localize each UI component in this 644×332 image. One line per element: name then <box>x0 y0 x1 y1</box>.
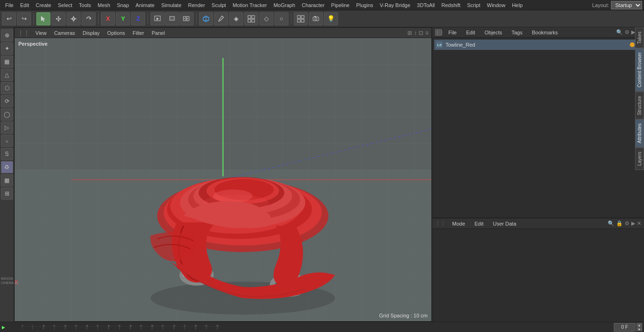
om-settings-icon: ⚙ <box>625 29 629 35</box>
menu-script[interactable]: Script <box>464 1 484 9</box>
menu-pipeline[interactable]: Pipeline <box>328 1 353 9</box>
left-tool-5[interactable]: ⬡ <box>1 82 13 94</box>
scale-tool-button[interactable] <box>66 12 81 25</box>
select-tool-button[interactable] <box>36 12 50 25</box>
light-button[interactable]: 💡 <box>324 12 338 25</box>
svg-rect-8 <box>171 17 173 19</box>
svg-rect-17 <box>248 16 251 18</box>
attr-edit-btn[interactable]: Edit <box>472 220 487 227</box>
undo-button[interactable]: ↩ <box>2 12 16 25</box>
menu-plugins[interactable]: Plugins <box>353 1 376 9</box>
object-row-towline[interactable]: L0 Towline_Red <box>434 40 642 50</box>
axis-x-button[interactable]: X <box>101 12 115 25</box>
left-tool-7[interactable]: ◯ <box>1 108 13 121</box>
viewport-display-menu[interactable]: Display <box>81 29 101 37</box>
menu-file[interactable]: File <box>2 1 17 9</box>
layout-select[interactable]: Startup <box>611 1 642 9</box>
attr-userdata-btn[interactable]: User Data <box>490 220 520 227</box>
axis-z-button[interactable]: Z <box>131 12 145 25</box>
viewport-icon-2[interactable]: ↕ <box>414 30 417 36</box>
svg-text:35: 35 <box>97 324 99 327</box>
menu-window[interactable]: Window <box>484 1 509 9</box>
frame-down-btn[interactable]: ▼ <box>636 327 642 331</box>
circle-button[interactable]: ○ <box>274 12 289 25</box>
perspective-views-button[interactable] <box>294 12 308 25</box>
camera-button[interactable] <box>309 12 323 25</box>
viewport-icon-4[interactable]: ≡ <box>425 30 429 36</box>
cube-button[interactable] <box>199 12 213 25</box>
menu-3dtoall[interactable]: 3DToAll <box>413 1 438 9</box>
menu-animate[interactable]: Animate <box>132 1 158 9</box>
menu-mograph[interactable]: MoGraph <box>270 1 298 9</box>
left-tool-1[interactable]: ⊕ <box>1 29 13 41</box>
left-tool-8[interactable]: ▷ <box>1 121 13 134</box>
left-tool-6[interactable]: ⟳ <box>1 95 13 107</box>
om-bookmarks-btn[interactable]: Bookmarks <box>529 29 561 36</box>
viewport-icon-3[interactable]: ⊡ <box>419 30 423 36</box>
left-tool-9[interactable]: ⬦ <box>1 135 13 147</box>
menu-mesh[interactable]: Mesh <box>94 1 114 9</box>
viewport-canvas[interactable]: Perspective Grid Spacing : 10 cm <box>15 38 431 321</box>
om-tags-btn[interactable]: Tags <box>509 29 525 36</box>
viewport-icons: ⊞ ↕ ⊡ ≡ <box>407 30 429 36</box>
svg-text:55: 55 <box>140 324 142 327</box>
left-tool-3[interactable]: ▦ <box>1 56 13 68</box>
render-sequence-button[interactable] <box>180 12 194 25</box>
render-view-button[interactable] <box>150 12 165 25</box>
viewport-options-menu[interactable]: Options <box>105 29 127 37</box>
menu-simulate[interactable]: Simulate <box>158 1 185 9</box>
svg-rect-21 <box>297 16 300 18</box>
svg-text:5: 5 <box>32 324 33 327</box>
menu-select[interactable]: Select <box>55 1 76 9</box>
menu-character[interactable]: Character <box>298 1 328 9</box>
om-edit-btn[interactable]: Edit <box>463 29 478 36</box>
attr-mode-btn[interactable]: Mode <box>449 220 468 227</box>
frame-up-btn[interactable]: ▲ <box>636 323 642 327</box>
left-tool-4[interactable]: △ <box>1 69 13 81</box>
svg-text:50: 50 <box>130 324 132 327</box>
obj-dot-1 <box>630 42 635 47</box>
redo-button[interactable]: ↪ <box>17 12 31 25</box>
viewport-panel-menu[interactable]: Panel <box>150 29 167 37</box>
move-tool-button[interactable] <box>51 12 66 25</box>
brush-button[interactable]: ◈ <box>229 12 243 25</box>
viewport-cameras-menu[interactable]: Cameras <box>52 29 77 37</box>
viewport-icon-1[interactable]: ⊞ <box>407 30 412 36</box>
viewport-view-menu[interactable]: View <box>33 29 49 37</box>
tab-attributes[interactable]: Attributes <box>635 119 644 147</box>
frame-indicator-input[interactable] <box>614 323 636 332</box>
om-objects-btn[interactable]: Objects <box>482 29 505 36</box>
rotate-tool-button[interactable] <box>82 12 96 25</box>
viewport: ⋮⋮ View Cameras Display Options Filter P… <box>14 27 432 322</box>
left-tool-12[interactable]: ▦ <box>1 174 13 186</box>
menu-help[interactable]: Help <box>509 1 526 9</box>
left-tool-10[interactable]: S <box>1 148 13 160</box>
render-group <box>150 12 194 25</box>
tab-layers[interactable]: Layers <box>635 147 644 170</box>
svg-text:85: 85 <box>205 324 207 327</box>
tab-structure[interactable]: Structure <box>635 92 644 120</box>
menu-snap[interactable]: Snap <box>114 1 132 9</box>
scene-svg: X Y Z <box>15 38 431 321</box>
diamond-button[interactable]: ◇ <box>259 12 273 25</box>
menu-sculpt[interactable]: Sculpt <box>208 1 230 9</box>
menu-render[interactable]: Render <box>185 1 208 9</box>
lattice-button[interactable] <box>244 12 258 25</box>
menu-edit[interactable]: Edit <box>17 1 33 9</box>
left-tool-2[interactable]: ✦ <box>1 42 13 55</box>
content-area: ⊕ ✦ ▦ △ ⬡ ⟳ ◯ ▷ ⬦ S ♻ ▦ ⊞ ⋮⋮ View Camera… <box>0 27 644 322</box>
left-tool-13[interactable]: ⊞ <box>1 187 13 200</box>
render-region-button[interactable] <box>165 12 179 25</box>
menu-create[interactable]: Create <box>33 1 55 9</box>
tab-takes[interactable]: Takes <box>635 27 644 48</box>
viewport-filter-menu[interactable]: Filter <box>131 29 146 37</box>
menu-motion-tracker[interactable]: Motion Tracker <box>229 1 270 9</box>
menu-tools[interactable]: Tools <box>75 1 94 9</box>
left-tool-11[interactable]: ♻ <box>1 161 13 173</box>
pen-button[interactable] <box>214 12 228 25</box>
menu-vray[interactable]: V-Ray Bridge <box>377 1 414 9</box>
axis-y-button[interactable]: Y <box>116 12 130 25</box>
om-file-btn[interactable]: File <box>446 29 460 36</box>
tab-content-browser[interactable]: Content Browser <box>635 48 644 91</box>
menu-redshift[interactable]: Redshift <box>438 1 463 9</box>
